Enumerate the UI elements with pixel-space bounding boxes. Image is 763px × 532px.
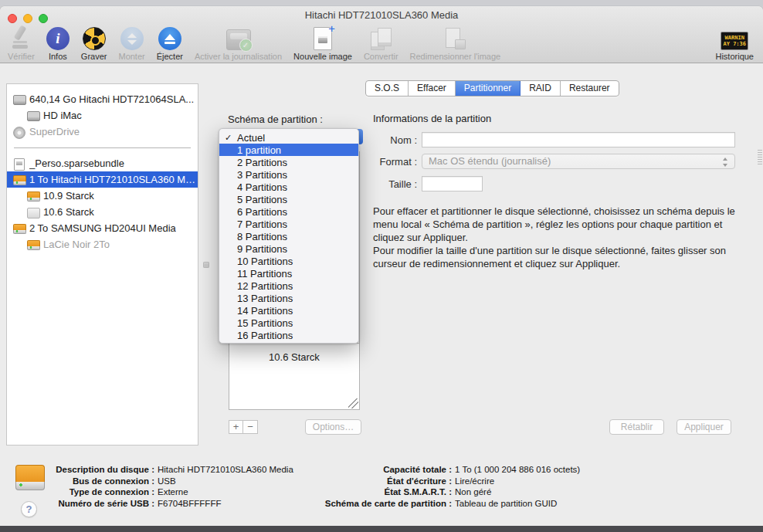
pane-splitter-handle[interactable] <box>203 262 209 268</box>
menu-item-label: 7 Partitions <box>237 219 287 230</box>
menu-item-7-partitions[interactable]: 7 Partitions <box>219 218 358 230</box>
sidebar-item-label: HD iMac <box>43 110 82 121</box>
burn-icon <box>83 27 106 50</box>
info-row: Schéma de carte de partition :Tableau de… <box>286 498 580 510</box>
partition-block-label: 10.6 Starck <box>269 351 320 363</box>
sidebar-item-2[interactable]: SuperDrive <box>7 124 198 140</box>
info-value: F6704BFFFFFF <box>154 498 293 510</box>
window-title: Hitachi HDT721010SLA360 Media <box>0 9 763 21</box>
info-row: Capacité totale :1 To (1 000 204 886 016… <box>286 464 580 476</box>
info-row: Description du disque :Hitachi HDT721010… <box>46 464 293 476</box>
menu-item-3-partitions[interactable]: 3 Partitions <box>219 168 358 181</box>
menu-item-actuel[interactable]: ✓Actuel <box>219 131 358 144</box>
microscope-icon <box>10 25 32 50</box>
sidebar-item-label: SuperDrive <box>29 126 80 137</box>
revert-button: Rétablir <box>609 419 664 435</box>
checkmark-icon: ✓ <box>225 133 237 143</box>
desktop-background-bottom <box>0 526 763 532</box>
menu-item-5-partitions[interactable]: 5 Partitions <box>219 193 358 205</box>
sidebar-item-4[interactable]: _Perso.sparsebundle <box>7 155 198 171</box>
toolbar-item-infos[interactable]: Infos <box>46 27 70 61</box>
sidebar-item-label: LaCie Noir 2To <box>43 239 110 250</box>
resize-handle-icon[interactable] <box>348 398 358 408</box>
info-label: Type de connexion : <box>46 486 154 498</box>
toolbar-item-label: Vérifier <box>8 52 35 61</box>
toolbar-item-verifier: Vérifier <box>8 25 35 61</box>
tab-partitionner[interactable]: Partitionner <box>456 81 521 96</box>
menu-item-label: 5 Partitions <box>237 194 287 205</box>
options-button: Options… <box>305 419 361 435</box>
info-label: Description du disque : <box>46 464 154 476</box>
partition-grip-icon[interactable] <box>758 150 762 165</box>
tab-restaurer[interactable]: Restaurer <box>561 81 619 96</box>
sidebar-item-label: _Perso.sparsebundle <box>29 158 124 169</box>
name-field[interactable] <box>422 132 735 147</box>
menu-item-4-partitions[interactable]: 4 Partitions <box>219 181 358 193</box>
menu-item-2-partitions[interactable]: 2 Partitions <box>219 156 358 168</box>
toolbar-item-label: Historique <box>715 52 754 61</box>
menu-item-label: 15 Partitions <box>237 317 293 329</box>
partition-map-buttons: + − <box>229 420 258 434</box>
sidebar-item-0[interactable]: 640,14 Go Hitachi HDT721064SLA... <box>7 91 198 107</box>
cd-icon <box>13 127 25 137</box>
sidebar-item-5[interactable]: 1 To Hitachi HDT721010SLA360 Media <box>7 171 198 188</box>
info-value: Tableau de partition GUID <box>452 498 580 510</box>
menu-item-13-partitions[interactable]: 13 Partitions <box>219 292 358 304</box>
menu-item-10-partitions[interactable]: 10 Partitions <box>219 255 358 267</box>
title-bar[interactable]: Hitachi HDT721010SLA360 Media VérifierIn… <box>0 6 763 63</box>
name-label: Nom : <box>373 134 417 146</box>
toolbar-item-nouvelle-image[interactable]: Nouvelle image <box>293 27 352 61</box>
add-partition-button[interactable]: + <box>229 420 243 434</box>
sidebar-item-label: 640,14 Go Hitachi HDT721064SLA... <box>29 93 194 105</box>
remove-partition-button[interactable]: − <box>243 420 258 434</box>
image-file-icon <box>13 158 25 169</box>
sidebar-item-label: 10.6 Starck <box>43 206 94 218</box>
help-paragraph-2: Pour modifier la taille d'une partition … <box>373 244 739 270</box>
partition-scheme-menu: ✓Actuel1 partition2 Partitions3 Partitio… <box>219 128 359 344</box>
menu-item-8-partitions[interactable]: 8 Partitions <box>219 230 358 242</box>
menu-item-16-partitions[interactable]: 16 Partitions <box>219 329 358 341</box>
info-row: Type de connexion :Externe <box>46 486 293 498</box>
menu-item-6-partitions[interactable]: 6 Partitions <box>219 205 358 218</box>
info-value: Lire/écrire <box>452 476 580 487</box>
info-label: État d'écriture : <box>286 476 452 487</box>
device-sidebar: 640,14 Go Hitachi HDT721064SLA...HD iMac… <box>6 83 198 446</box>
partition-block[interactable]: 10.6 Starck <box>229 343 359 409</box>
drive-light-icon <box>27 207 39 218</box>
menu-item-11-partitions[interactable]: 11 Partitions <box>219 267 358 280</box>
toolbar-item-graver[interactable]: Graver <box>81 27 107 61</box>
sidebar-divider <box>7 140 198 155</box>
menu-item-14-partitions[interactable]: 14 Partitions <box>219 304 358 317</box>
menu-item-1-partition[interactable]: 1 partition <box>219 144 358 156</box>
toolbar-item-label: Nouvelle image <box>293 52 352 61</box>
info-row: Bus de connexion :USB <box>46 476 293 487</box>
toolbar: VérifierInfosGraverMonterÉjecterActiver … <box>0 22 763 63</box>
toolbar-item-label: Graver <box>81 52 107 61</box>
info-icon <box>46 27 70 50</box>
menu-item-12-partitions[interactable]: 12 Partitions <box>219 280 358 292</box>
sidebar-item-label: 1 To Hitachi HDT721010SLA360 Media <box>29 174 198 185</box>
sidebar-item-label: 2 To SAMSUNG HD204UI Media <box>29 222 176 234</box>
sidebar-item-8[interactable]: 2 To SAMSUNG HD204UI Media <box>7 220 198 236</box>
menu-item-15-partitions[interactable]: 15 Partitions <box>219 317 358 329</box>
toolbar-item-ejecter[interactable]: Éjecter <box>157 27 183 61</box>
convert-icon <box>369 27 392 50</box>
sidebar-item-1[interactable]: HD iMac <box>7 107 198 124</box>
tab-effacer[interactable]: Effacer <box>409 81 456 96</box>
info-value: Non géré <box>452 486 580 498</box>
info-label: État S.M.A.R.T. : <box>286 486 452 498</box>
info-label: Capacité totale : <box>286 464 452 476</box>
menu-item-9-partitions[interactable]: 9 Partitions <box>219 242 358 255</box>
menu-item-label: 3 Partitions <box>237 169 287 181</box>
help-button[interactable]: ? <box>21 501 37 517</box>
menu-item-label: 2 Partitions <box>237 157 287 168</box>
toolbar-item-historique[interactable]: WARNINAY 7:36Historique <box>715 32 754 61</box>
sidebar-item-9[interactable]: LaCie Noir 2To <box>7 236 198 252</box>
sidebar-item-6[interactable]: 10.9 Starck <box>7 188 198 204</box>
drive-orange-icon <box>13 223 25 234</box>
sidebar-item-7[interactable]: 10.6 Starck <box>7 204 198 220</box>
menu-item-label: 9 Partitions <box>237 243 287 255</box>
tab-raid[interactable]: RAID <box>521 81 561 96</box>
size-field[interactable] <box>422 176 483 191</box>
tab-s-o-s[interactable]: S.O.S <box>366 81 409 96</box>
